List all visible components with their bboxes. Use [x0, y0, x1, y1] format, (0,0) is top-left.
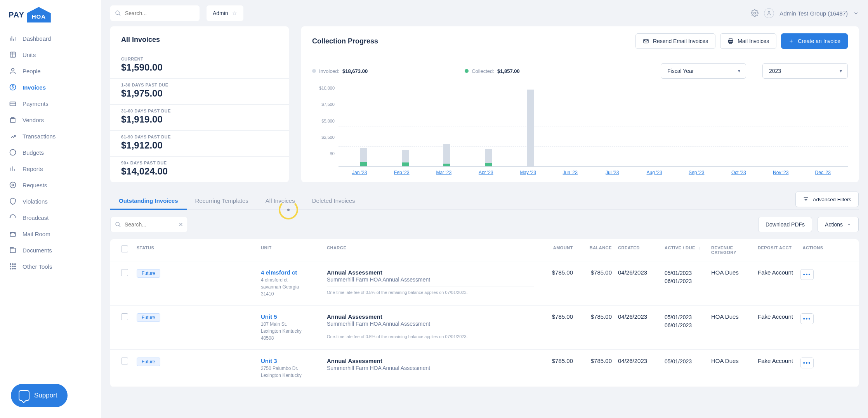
x-label[interactable]: Mar '23 — [423, 170, 465, 175]
th-charge[interactable]: CHARGE — [324, 245, 537, 255]
x-label[interactable]: Apr '23 — [465, 170, 507, 175]
sort-down-icon: ↓ — [698, 245, 700, 250]
x-label[interactable]: Sep '23 — [675, 170, 718, 175]
unit-address: 107 Main St.Lexington Kentucky40508 — [261, 321, 321, 342]
search-icon — [115, 10, 121, 16]
x-label[interactable]: Nov '23 — [760, 170, 802, 175]
bar-collected[interactable] — [402, 162, 409, 166]
search-input[interactable] — [110, 5, 200, 21]
invoice-summary-row[interactable]: 61-90 DAYS PAST DUE$1,912.00 — [110, 130, 289, 156]
svg-point-24 — [10, 266, 11, 267]
th-revenue[interactable]: REVENUE CATEGORY — [708, 245, 755, 255]
table-search-input[interactable] — [110, 217, 188, 232]
unit-address: 2750 Palumbo Dr.Lexington Kentucky — [261, 365, 321, 379]
bar-invoiced[interactable] — [443, 144, 450, 166]
th-deposit[interactable]: DEPOSIT ACCT — [755, 245, 797, 255]
row-actions-button[interactable]: ••• — [800, 269, 814, 280]
created-cell: 04/26/2023 — [615, 358, 661, 364]
nav-icon — [9, 197, 17, 206]
nav-icon — [9, 246, 17, 254]
x-label[interactable]: Jan '23 — [339, 170, 381, 175]
row-actions-button[interactable]: ••• — [800, 313, 814, 324]
year-select[interactable]: 2023 — [762, 63, 848, 79]
mail-invoices-button[interactable]: Mail Invoices — [720, 33, 776, 49]
unit-link[interactable]: Unit 5 — [261, 313, 321, 320]
row-actions-button[interactable]: ••• — [800, 358, 814, 368]
sidebar-item-broadcast[interactable]: Broadcast — [0, 209, 101, 226]
sidebar-item-payments[interactable]: Payments — [0, 95, 101, 112]
created-cell: 04/26/2023 — [615, 269, 661, 276]
x-label[interactable]: Feb '23 — [381, 170, 423, 175]
th-status[interactable]: STATUS — [134, 245, 258, 255]
nav-icon — [9, 213, 17, 222]
tab-outstanding-invoices[interactable]: Outstanding Invoices — [110, 192, 187, 209]
sidebar-item-requests[interactable]: Requests — [0, 177, 101, 193]
sidebar-item-people[interactable]: People — [0, 63, 101, 79]
sidebar-item-documents[interactable]: Documents — [0, 242, 101, 258]
create-invoice-button[interactable]: ＋ Create an Invoice — [781, 33, 848, 49]
admin-chip[interactable]: Admin ☆ — [207, 5, 243, 21]
active-due-cell: 05/01/2023 — [661, 358, 708, 366]
bar-collected[interactable] — [360, 162, 367, 166]
balance-cell: $785.00 — [576, 269, 615, 276]
row-checkbox[interactable] — [121, 358, 128, 364]
svg-line-42 — [119, 225, 120, 227]
sidebar-item-violations[interactable]: Violations — [0, 193, 101, 209]
invoice-summary-row[interactable]: CURRENT$1,590.00 — [110, 51, 289, 78]
th-created[interactable]: CREATED — [615, 245, 661, 255]
charge-subtitle: Summerhill Farm HOA Annual Assessment — [327, 321, 534, 327]
svg-point-41 — [116, 222, 119, 226]
x-label[interactable]: Oct '23 — [718, 170, 760, 175]
topbar: Admin ☆ Admin Test Group (16487) — [101, 0, 868, 26]
row-checkbox[interactable] — [121, 313, 128, 320]
revenue-cell: HOA Dues — [708, 269, 755, 276]
invoice-summary-row[interactable]: 1-30 DAYS PAST DUE$1,975.00 — [110, 78, 289, 104]
fiscal-year-select[interactable]: Fiscal Year — [661, 63, 746, 79]
svg-point-28 — [12, 268, 14, 269]
charge-note: One-time late fee of 0.5% of the remaini… — [327, 331, 534, 339]
charge-title: Annual Assessment — [327, 313, 534, 320]
sidebar-item-budgets[interactable]: Budgets — [0, 144, 101, 161]
x-label[interactable]: Jul '23 — [591, 170, 634, 175]
clear-icon[interactable]: ✕ — [179, 221, 183, 228]
select-all-checkbox[interactable] — [121, 245, 128, 252]
x-label[interactable]: May '23 — [507, 170, 549, 175]
tab-deleted-invoices[interactable]: Deleted Invoices — [304, 192, 364, 209]
row-checkbox[interactable] — [121, 269, 128, 276]
tab-all-invoices[interactable]: All Invoices — [257, 192, 304, 209]
sidebar-item-transactions[interactable]: Transactions — [0, 128, 101, 144]
th-active-due[interactable]: ACTIVE / DUE ↓ — [661, 245, 708, 255]
svg-point-27 — [10, 268, 11, 269]
gear-icon[interactable] — [751, 9, 759, 17]
chevron-down-icon[interactable] — [853, 10, 859, 16]
support-button[interactable]: Support — [11, 384, 68, 407]
tab-recurring-templates[interactable]: Recurring Templates — [187, 192, 257, 209]
download-pdfs-button[interactable]: Download PDFs — [758, 217, 812, 232]
sidebar-item-mail-room[interactable]: Mail Room — [0, 226, 101, 242]
sidebar-item-units[interactable]: Units — [0, 47, 101, 63]
sidebar-item-invoices[interactable]: $Invoices — [0, 79, 101, 95]
th-unit[interactable]: UNIT — [258, 245, 324, 255]
sidebar-item-vendors[interactable]: Vendors — [0, 112, 101, 128]
x-label[interactable]: Dec '23 — [802, 170, 844, 175]
bar-invoiced[interactable] — [527, 90, 534, 166]
th-balance[interactable]: BALANCE — [576, 245, 615, 255]
sidebar-item-reports[interactable]: Reports — [0, 161, 101, 177]
x-label[interactable]: Jun '23 — [549, 170, 592, 175]
resend-email-button[interactable]: Resend Email Invoices — [635, 33, 715, 49]
x-label[interactable]: Aug '23 — [634, 170, 676, 175]
unit-link[interactable]: 4 elmsford ct — [261, 269, 321, 276]
user-avatar-icon[interactable] — [764, 8, 774, 18]
sidebar-item-dashboard[interactable]: Dashboard — [0, 30, 101, 47]
th-amount[interactable]: AMOUNT — [537, 245, 576, 255]
invoice-summary-row[interactable]: 90+ DAYS PAST DUE$14,024.00 — [110, 156, 289, 182]
nav-icon — [9, 99, 17, 108]
bar-collected[interactable] — [443, 164, 450, 166]
invoice-summary-row[interactable]: 31-60 DAYS PAST DUE$1,919.00 — [110, 104, 289, 130]
actions-dropdown[interactable]: Actions — [818, 217, 859, 232]
brand-logo[interactable]: PAY HOA — [0, 7, 101, 30]
sidebar-item-other-tools[interactable]: Other Tools — [0, 258, 101, 275]
advanced-filters-button[interactable]: Advanced Filters — [795, 192, 859, 207]
bar-collected[interactable] — [485, 163, 492, 166]
unit-link[interactable]: Unit 3 — [261, 358, 321, 364]
